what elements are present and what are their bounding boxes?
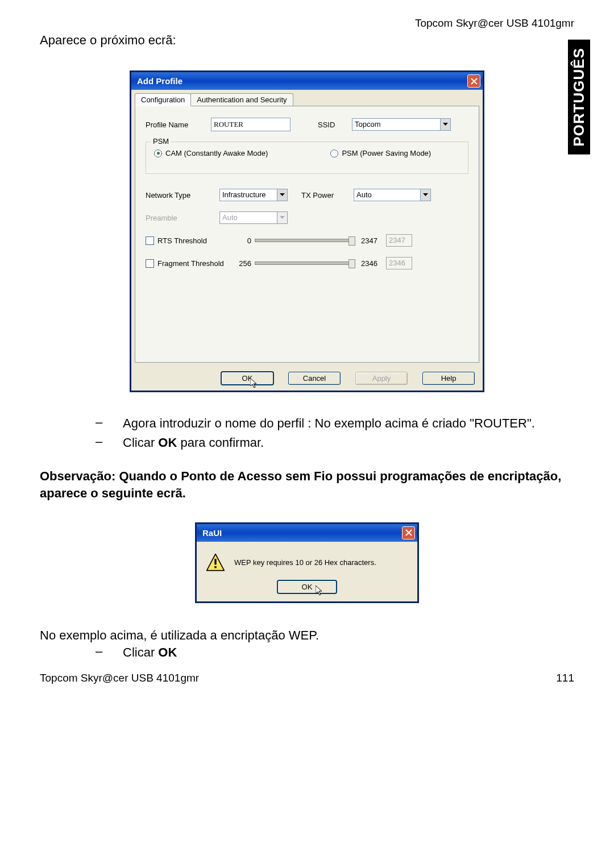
svg-rect-1 <box>214 566 216 568</box>
bullet-2-pre: Clicar <box>123 435 158 450</box>
cursor-icon <box>250 378 259 389</box>
ssid-combo[interactable]: Topcom <box>352 118 451 131</box>
fragment-max: 2346 <box>359 259 383 268</box>
bullet-dash: – <box>96 644 123 661</box>
small-dialog-titlebar: RaUI <box>197 524 417 542</box>
preamble-combo: Auto <box>219 211 288 224</box>
bullet-dash: – <box>96 415 123 432</box>
slider-thumb-icon[interactable] <box>349 236 355 246</box>
header-product: Topcom Skyr@cer USB 4101gmr <box>40 17 574 30</box>
bullet-2-post: para confirmar. <box>177 435 264 450</box>
ssid-label: SSID <box>318 121 352 129</box>
svg-rect-0 <box>214 559 216 564</box>
bullet-2: Clicar OK para confirmar. <box>123 434 574 451</box>
network-type-value: Infrastructure <box>220 189 277 201</box>
small-dialog-message: WEP key requires 10 or 26 Hex characters… <box>234 558 376 567</box>
preamble-label: Preamble <box>146 214 219 222</box>
ssid-value: Topcom <box>352 119 440 130</box>
language-tab: PORTUGUÊS <box>568 40 590 155</box>
rts-checkbox[interactable]: RTS Threshold <box>146 236 231 245</box>
help-button[interactable]: Help <box>422 372 475 385</box>
fragment-min: 256 <box>234 259 251 268</box>
rts-value: 2347 <box>386 234 412 247</box>
psm-legend: PSM <box>151 137 171 146</box>
slider-thumb-icon[interactable] <box>349 259 355 268</box>
intro-text: Aparece o próximo ecrã: <box>40 33 574 48</box>
chevron-down-icon <box>277 212 287 223</box>
fragment-slider[interactable] <box>255 261 355 265</box>
network-type-combo[interactable]: Infrastructure <box>219 189 288 201</box>
note-text: Observação: Quando o Ponto de Acesso sem… <box>40 468 574 501</box>
chevron-down-icon[interactable] <box>440 119 450 130</box>
cancel-button[interactable]: Cancel <box>288 372 341 385</box>
warning-icon <box>206 553 225 572</box>
radio-unselected-icon <box>330 149 338 157</box>
radio-cam-label: CAM (Constantly Awake Mode) <box>165 149 268 157</box>
preamble-value: Auto <box>220 212 277 223</box>
checkbox-icon <box>146 259 154 268</box>
after-text: No exemplo acima, é utilizada a encripta… <box>40 628 574 643</box>
chevron-down-icon[interactable] <box>277 189 287 201</box>
raul-dialog: RaUI WEP key requires 10 or 26 Hex chara… <box>195 522 419 603</box>
rts-label: RTS Threshold <box>157 236 207 245</box>
add-profile-dialog: Add Profile Configuration Authentication… <box>130 70 484 392</box>
tx-power-label: TX Power <box>301 191 354 200</box>
bullet-3: Clicar OK <box>123 644 574 661</box>
profile-name-input[interactable] <box>211 118 291 131</box>
psm-group: PSM CAM (Constantly Awake Mode) PSM (Pow… <box>146 142 468 174</box>
bullet-3-bold: OK <box>158 645 177 659</box>
rts-max: 2347 <box>359 236 383 245</box>
close-icon[interactable] <box>467 74 480 88</box>
bullet-3-pre: Clicar <box>123 645 158 659</box>
radio-psm-label: PSM (Power Saving Mode) <box>342 149 431 157</box>
radio-selected-icon <box>154 149 162 157</box>
footer-page-number: 111 <box>556 672 574 684</box>
dialog-titlebar: Add Profile <box>131 72 483 90</box>
dialog-title: Add Profile <box>137 76 182 86</box>
bullet-dash: – <box>96 434 123 451</box>
bullet-2-bold: OK <box>158 435 177 450</box>
chevron-down-icon[interactable] <box>420 189 430 201</box>
cursor-icon <box>316 585 325 597</box>
fragment-value: 2346 <box>386 257 412 269</box>
fragment-label: Fragment Threshold <box>157 259 224 268</box>
tab-configuration[interactable]: Configuration <box>135 93 191 106</box>
small-ok-label: OK <box>302 583 313 591</box>
ok-button[interactable]: OK <box>221 372 273 385</box>
footer-left: Topcom Skyr@cer USB 4101gmr <box>40 672 199 684</box>
close-icon[interactable] <box>402 526 415 539</box>
tab-auth-security[interactable]: Authentication and Security <box>190 93 293 106</box>
radio-psm[interactable]: PSM (Power Saving Mode) <box>330 149 431 157</box>
small-ok-button[interactable]: OK <box>277 580 337 593</box>
checkbox-icon <box>146 236 154 245</box>
rts-slider[interactable] <box>255 239 355 242</box>
tx-power-combo[interactable]: Auto <box>354 189 431 201</box>
apply-button: Apply <box>355 372 408 385</box>
network-type-label: Network Type <box>146 191 219 200</box>
small-dialog-title: RaUI <box>202 528 222 538</box>
bullet-1: Agora introduzir o nome do perfil : No e… <box>123 415 574 432</box>
profile-name-label: Profile Name <box>146 121 211 129</box>
tx-power-value: Auto <box>354 189 420 201</box>
fragment-checkbox[interactable]: Fragment Threshold <box>146 259 231 268</box>
rts-min: 0 <box>234 236 251 245</box>
radio-cam[interactable]: CAM (Constantly Awake Mode) <box>154 149 268 157</box>
